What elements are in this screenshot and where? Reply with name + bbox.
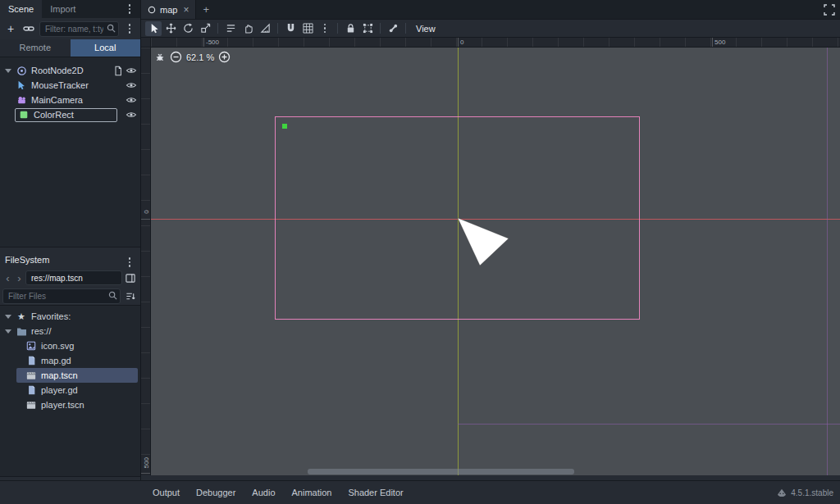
skeleton-options-button[interactable]: [385, 21, 401, 36]
expander-icon[interactable]: [5, 329, 11, 334]
eye-icon[interactable]: [126, 110, 137, 120]
lock-selected-button[interactable]: [342, 21, 358, 36]
scene-tab-map[interactable]: map ×: [141, 0, 196, 19]
fs-item-label: icon.svg: [41, 341, 74, 351]
instance-scene-button[interactable]: [21, 21, 36, 36]
horizontal-scrollbar-thumb[interactable]: [308, 469, 574, 474]
local-button[interactable]: Local: [71, 39, 141, 57]
rotate-tool-button[interactable]: [180, 21, 196, 36]
bug-icon[interactable]: [154, 52, 166, 63]
viewport-bounds-horizontal: [458, 424, 840, 425]
debugger-button[interactable]: Debugger: [188, 481, 244, 504]
tab-import[interactable]: Import: [42, 0, 84, 18]
dock-tabbar: Scene Import: [0, 0, 140, 18]
fs-item-favorites[interactable]: ★ Favorites:: [0, 309, 140, 324]
animation-button[interactable]: Animation: [284, 481, 340, 504]
scale-tool-button[interactable]: [197, 21, 213, 36]
fs-item-player-tscn[interactable]: player.tscn: [0, 397, 140, 412]
scene-node-maincamera[interactable]: MainCamera: [0, 93, 140, 107]
scene-icon: [148, 6, 156, 14]
eye-icon[interactable]: [126, 95, 137, 105]
close-icon[interactable]: ×: [181, 4, 189, 16]
history-forward-button[interactable]: ›: [14, 272, 25, 284]
selection-anchor-dot: [282, 124, 287, 129]
godot-logo-icon: [777, 488, 787, 497]
toolbar-separator: [337, 23, 338, 34]
scene-node-mousetracker[interactable]: MouseTracker: [0, 78, 140, 93]
filesystem-nav: ‹ ›: [0, 269, 140, 287]
canvas[interactable]: 62.1 %: [151, 48, 840, 475]
bone-icon: [388, 23, 399, 34]
scene-node-colorrect[interactable]: ColorRect: [0, 107, 140, 122]
fs-item-map-gd[interactable]: map.gd: [0, 353, 140, 368]
expander-icon[interactable]: [5, 69, 11, 73]
ruler-tool-button[interactable]: [257, 21, 273, 36]
toggle-fullscreen-button[interactable]: [819, 0, 840, 19]
zoom-out-button[interactable]: [170, 51, 182, 63]
node-label: MouseTracker: [31, 80, 89, 90]
select-tool-button[interactable]: [145, 21, 162, 36]
filter-files-input[interactable]: [2, 288, 121, 304]
snap-options-button[interactable]: [317, 21, 333, 36]
selection-list-button[interactable]: [222, 21, 239, 36]
tab-scene[interactable]: Scene: [0, 0, 42, 18]
filesystem-menu-button[interactable]: [124, 252, 135, 268]
history-back-button[interactable]: ‹: [2, 272, 13, 284]
node-label: RootNode2D: [31, 66, 84, 75]
fs-item-res-root[interactable]: res://: [0, 324, 140, 338]
add-node-button[interactable]: +: [3, 21, 18, 36]
output-button[interactable]: Output: [144, 481, 188, 504]
search-icon: [106, 23, 116, 34]
lock-icon: [345, 23, 356, 34]
fs-item-map-tscn[interactable]: map.tscn: [0, 368, 140, 383]
expander-icon[interactable]: [5, 315, 11, 319]
remote-local-toggle: Remote Local: [0, 39, 140, 57]
smart-snap-button[interactable]: [282, 21, 299, 36]
colorrect-icon: [17, 109, 30, 120]
zoom-overlay: 62.1 %: [154, 51, 231, 63]
pan-tool-button[interactable]: [240, 21, 256, 36]
scene-panel-menu-button[interactable]: [122, 21, 137, 36]
ruler-tick: [203, 38, 204, 47]
move-tool-button[interactable]: [162, 21, 179, 36]
bottom-panel-bar: Output Debugger Audio Animation Shader E…: [0, 480, 840, 504]
remote-button[interactable]: Remote: [0, 39, 71, 57]
scene-tabbar: map × +: [141, 0, 840, 20]
split-view-icon: [125, 273, 136, 284]
scene-node-rootnode2d[interactable]: RootNode2D: [0, 63, 140, 78]
white-triangle-sprite: [454, 215, 514, 269]
eye-icon[interactable]: [126, 66, 137, 75]
fs-item-label: player.gd: [41, 385, 78, 395]
audio-button[interactable]: Audio: [244, 481, 283, 504]
ruler-label: 0: [460, 39, 463, 46]
eye-icon[interactable]: [126, 80, 137, 90]
scene-tree[interactable]: RootNode2D MouseTracker: [0, 57, 140, 247]
shader-editor-button[interactable]: Shader Editor: [340, 481, 411, 504]
gdscript-file-icon: [27, 385, 36, 395]
plus-icon: +: [7, 23, 14, 34]
fs-item-icon-svg[interactable]: icon.svg: [0, 338, 140, 353]
grid-snap-button[interactable]: [299, 21, 316, 36]
version-label: 4.5.1.stable: [791, 488, 833, 497]
group-selected-button[interactable]: [359, 21, 376, 36]
sort-files-button[interactable]: [123, 288, 138, 303]
current-path: [25, 270, 122, 285]
filesystem-tree[interactable]: ★ Favorites: res:// icon: [0, 305, 140, 477]
kebab-menu-icon: [124, 3, 135, 15]
view-menu-button[interactable]: View: [410, 24, 441, 34]
zoom-in-button[interactable]: [218, 51, 231, 63]
new-scene-tab-button[interactable]: +: [196, 0, 216, 19]
filesystem-filter: [0, 287, 140, 305]
fs-item-player-gd[interactable]: player.gd: [0, 383, 140, 397]
fs-item-label: Favorites:: [31, 311, 71, 321]
dock-menu-button[interactable]: [119, 0, 140, 18]
grid-icon: [303, 23, 313, 34]
ruler-left: 0 500: [141, 48, 151, 475]
current-path-input[interactable]: [25, 270, 122, 285]
zoom-percentage[interactable]: 62.1 %: [186, 52, 214, 62]
script-icon[interactable]: [113, 66, 123, 76]
scene-filter: [39, 21, 119, 37]
toggle-split-mode-button[interactable]: [123, 270, 138, 285]
ruler-icon: [260, 23, 271, 34]
left-dock: Scene Import + Remote Local: [0, 0, 141, 480]
